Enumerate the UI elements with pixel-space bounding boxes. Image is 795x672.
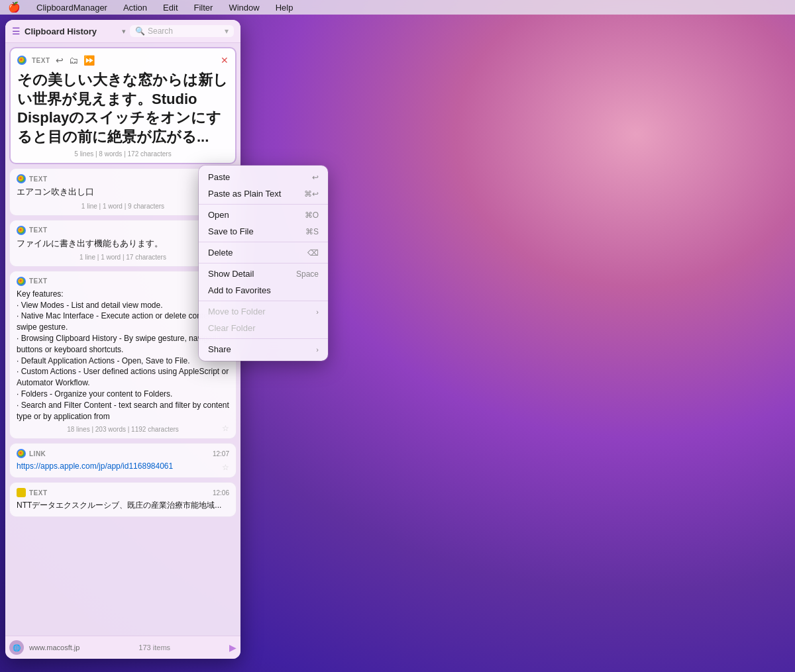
menu-icon: ☰ <box>12 26 21 36</box>
clip-dot-2 <box>17 174 26 183</box>
clip-meta-2: 1 line | 1 word | 9 characters <box>17 203 229 210</box>
menu-shortcut-paste: ↩ <box>312 173 319 182</box>
menubar: 🍎 ClipboardManager Action Edit Filter Wi… <box>0 0 795 15</box>
delete-icon[interactable]: ✕ <box>221 55 229 66</box>
menu-shortcut-show-detail: Space <box>296 269 319 279</box>
menubar-action[interactable]: Action <box>121 1 150 14</box>
clip-header-4: TEXT 12:07 <box>17 277 229 286</box>
clip-meta-active: 5 lines | 8 words | 172 characters <box>17 150 229 158</box>
search-bar[interactable]: 🔍 Search ▾ <box>130 25 234 37</box>
clip-star-5[interactable]: ☆ <box>222 463 229 472</box>
menu-label-clear-folder: Clear Folder <box>208 323 256 333</box>
window-titlebar: ☰ Clipboard History ▾ 🔍 Search ▾ <box>5 20 240 43</box>
clip-content-5: https://apps.apple.com/jp/app/id11689840… <box>17 461 229 472</box>
clip-content-2: エアコン吹き出し口 <box>17 186 229 198</box>
menu-label-save: Save to File <box>208 226 254 236</box>
menu-label-share: Share <box>208 344 231 354</box>
title-chevron[interactable]: ▾ <box>122 27 126 36</box>
clip-time-5: 12:07 <box>213 450 229 457</box>
window-title: Clipboard History <box>25 26 118 36</box>
menu-item-open[interactable]: Open ⌘O <box>199 207 328 223</box>
clip-star-4[interactable]: ☆ <box>222 424 229 433</box>
forward-icon[interactable]: ⏩ <box>83 55 95 66</box>
footer-url: www.macosft.jp <box>29 644 80 651</box>
menu-item-clear-folder: Clear Folder <box>199 320 328 336</box>
clip-item-active[interactable]: TEXT ↩ 🗂 ⏩ ✕ その美しい大きな窓からは新しい世界が見えます。Stud… <box>9 47 237 164</box>
menubar-app[interactable]: ClipboardManager <box>34 1 110 14</box>
clip-dot-3 <box>17 226 26 235</box>
item-count: 173 items <box>85 644 224 651</box>
menu-label-move-folder: Move to Folder <box>208 307 266 316</box>
menu-item-show-detail[interactable]: Show Detail Space <box>199 265 328 282</box>
menu-item-share[interactable]: Share › <box>199 341 328 358</box>
menu-item-paste[interactable]: Paste ↩ <box>199 169 328 185</box>
search-icon: 🔍 <box>135 26 145 36</box>
footer-forward-button[interactable]: ▶ <box>229 642 237 653</box>
clip-item-5[interactable]: LINK 12:07 https://apps.apple.com/jp/app… <box>9 443 237 478</box>
footer-avatar: 🌐 <box>9 640 24 655</box>
menu-item-paste-plain[interactable]: Paste as Plain Text ⌘↩ <box>199 185 328 202</box>
menu-separator-5 <box>199 338 328 339</box>
menu-arrow-share: › <box>316 346 319 354</box>
menu-separator-2 <box>199 242 328 242</box>
menu-separator-4 <box>199 301 328 301</box>
menu-label-delete: Delete <box>208 248 233 258</box>
menu-shortcut-paste-plain: ⌘↩ <box>304 189 319 199</box>
clip-header-5: LINK 12:07 <box>17 449 229 458</box>
clip-dot-4 <box>17 277 26 286</box>
clip-item-6[interactable]: TEXT 12:06 NTTデータエクスクルーシブ、既庄の産業治療市能地域... <box>9 482 237 517</box>
clip-dot-chrome <box>17 56 26 65</box>
menubar-edit[interactable]: Edit <box>160 1 180 14</box>
menu-label-open: Open <box>208 210 229 220</box>
clip-dot-6 <box>17 488 26 497</box>
menu-shortcut-delete: ⌫ <box>307 248 319 258</box>
menubar-window[interactable]: Window <box>226 1 262 14</box>
menubar-help[interactable]: Help <box>273 1 296 14</box>
apple-menu[interactable]: 🍎 <box>5 0 23 15</box>
clip-large-content: その美しい大きな窓からは新しい世界が見えます。Studio Displayのスイ… <box>17 71 229 146</box>
active-item-header: TEXT ↩ 🗂 ⏩ ✕ <box>17 54 229 67</box>
menu-shortcut-save: ⌘S <box>305 227 319 236</box>
context-menu: Paste ↩ Paste as Plain Text ⌘↩ Open ⌘O S… <box>199 166 328 361</box>
menu-arrow-folder: › <box>316 308 319 316</box>
clip-header-3: TEXT <box>17 226 229 235</box>
menu-item-delete[interactable]: Delete ⌫ <box>199 244 328 261</box>
clip-content-3: ファイルに書き出す機能もあります。 <box>17 238 229 250</box>
menu-label-favorites: Add to Favorites <box>208 285 271 295</box>
clip-dot-5 <box>17 449 26 458</box>
clip-header-2: TEXT <box>17 174 229 183</box>
menu-separator-3 <box>199 263 328 264</box>
menubar-filter[interactable]: Filter <box>191 1 216 14</box>
menu-separator-1 <box>199 204 328 205</box>
menu-item-favorites[interactable]: Add to Favorites <box>199 282 328 299</box>
clip-header-6: TEXT 12:06 <box>17 488 229 497</box>
search-placeholder: Search <box>148 26 173 36</box>
clip-meta-3: 1 line | 1 word | 17 characters <box>17 254 229 261</box>
menu-label-paste-plain: Paste as Plain Text <box>208 189 281 199</box>
menu-item-move-folder: Move to Folder › <box>199 303 328 320</box>
menu-label-paste: Paste <box>208 172 230 182</box>
window-footer: 🌐 www.macosft.jp 173 items ▶ <box>5 636 240 659</box>
folder-icon[interactable]: 🗂 <box>69 55 78 66</box>
menu-item-save[interactable]: Save to File ⌘S <box>199 223 328 240</box>
clip-time-6: 12:06 <box>213 489 229 497</box>
clip-meta-4: 18 lines | 203 words | 1192 characters <box>17 426 229 433</box>
search-chevron: ▾ <box>225 26 229 36</box>
clip-content-6: NTTデータエクスクルーシブ、既庄の産業治療市能地域... <box>17 500 229 511</box>
clip-content-4: Key features: · View Modes - List and de… <box>17 289 229 422</box>
menu-shortcut-open: ⌘O <box>305 211 319 220</box>
paste-icon[interactable]: ↩ <box>56 55 64 66</box>
menu-label-show-detail: Show Detail <box>208 269 254 279</box>
